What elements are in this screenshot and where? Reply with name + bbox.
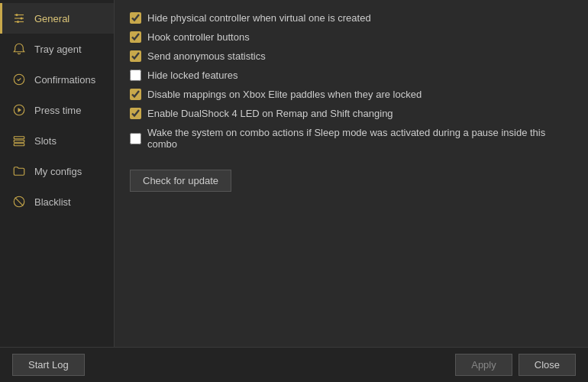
apply-button[interactable]: Apply bbox=[455, 354, 512, 376]
sidebar-item-confirmations[interactable]: Confirmations bbox=[0, 64, 114, 95]
svg-rect-11 bbox=[14, 144, 24, 146]
layers-icon bbox=[11, 133, 27, 148]
play-circle-icon bbox=[11, 102, 27, 118]
svg-point-4 bbox=[21, 18, 23, 20]
sidebar-label-my-configs: My configs bbox=[34, 166, 82, 177]
svg-rect-9 bbox=[14, 137, 24, 139]
checkbox-hide-locked[interactable] bbox=[130, 70, 141, 81]
sidebar-label-press-time: Press time bbox=[34, 105, 81, 116]
start-log-button[interactable]: Start Log bbox=[12, 354, 85, 376]
folder-icon bbox=[11, 163, 27, 179]
checkbox-row-hook-controller: Hook controller buttons bbox=[130, 31, 573, 43]
sidebar-item-general[interactable]: General bbox=[0, 3, 114, 34]
sidebar-item-tray-agent[interactable]: Tray agent bbox=[0, 34, 114, 64]
checkbox-label-wake-system: Wake the system on combo actions if Slee… bbox=[147, 127, 573, 150]
checkbox-label-hide-physical: Hide physical controller when virtual on… bbox=[147, 12, 371, 24]
sidebar: General Tray agent Confirmations Press t… bbox=[0, 0, 115, 347]
checkbox-row-enable-dualshock: Enable DualShock 4 LED on Remap and Shif… bbox=[130, 108, 573, 119]
settings-panel: Hide physical controller when virtual on… bbox=[115, 0, 588, 347]
bell-icon bbox=[11, 41, 27, 57]
checkbox-row-wake-system: Wake the system on combo actions if Slee… bbox=[130, 127, 573, 150]
footer: Start Log Apply Close bbox=[0, 347, 588, 382]
checkbox-label-enable-dualshock: Enable DualShock 4 LED on Remap and Shif… bbox=[147, 108, 393, 119]
checkbox-hook-controller[interactable] bbox=[130, 31, 141, 43]
checkbox-label-send-anonymous: Send anonymous statistics bbox=[147, 50, 266, 62]
checkbox-label-hide-locked: Hide locked features bbox=[147, 70, 238, 81]
sidebar-label-general: General bbox=[34, 13, 69, 24]
checkbox-row-send-anonymous: Send anonymous statistics bbox=[130, 50, 573, 62]
checkbox-enable-dualshock[interactable] bbox=[130, 108, 141, 119]
sidebar-item-my-configs[interactable]: My configs bbox=[0, 156, 114, 186]
svg-rect-10 bbox=[14, 140, 24, 142]
check-circle-icon bbox=[11, 72, 27, 87]
checkbox-row-hide-physical: Hide physical controller when virtual on… bbox=[130, 12, 573, 24]
checkbox-disable-mappings[interactable] bbox=[130, 89, 141, 100]
footer-right: Apply Close bbox=[455, 354, 576, 376]
checkbox-label-hook-controller: Hook controller buttons bbox=[147, 31, 250, 43]
checkbox-row-hide-locked: Hide locked features bbox=[130, 70, 573, 81]
checkbox-hide-physical[interactable] bbox=[130, 12, 141, 24]
sliders-icon bbox=[11, 11, 27, 26]
sidebar-item-press-time[interactable]: Press time bbox=[0, 95, 114, 125]
checkbox-wake-system[interactable] bbox=[130, 133, 141, 144]
close-button[interactable]: Close bbox=[519, 354, 576, 376]
sidebar-label-confirmations: Confirmations bbox=[34, 74, 95, 86]
checkbox-row-disable-mappings: Disable mappings on Xbox Elite paddles w… bbox=[130, 89, 573, 100]
svg-line-13 bbox=[15, 198, 24, 206]
svg-marker-8 bbox=[18, 108, 22, 112]
svg-point-5 bbox=[17, 21, 19, 23]
checkbox-send-anonymous[interactable] bbox=[130, 50, 141, 62]
main-content: General Tray agent Confirmations Press t… bbox=[0, 0, 588, 347]
svg-point-3 bbox=[16, 14, 18, 16]
checkbox-label-disable-mappings: Disable mappings on Xbox Elite paddles w… bbox=[147, 89, 422, 100]
sidebar-item-blacklist[interactable]: Blacklist bbox=[0, 186, 114, 217]
check-update-button[interactable]: Check for update bbox=[130, 170, 231, 192]
sidebar-label-slots: Slots bbox=[34, 135, 57, 147]
slash-circle-icon bbox=[11, 194, 27, 209]
sidebar-label-tray-agent: Tray agent bbox=[34, 44, 82, 55]
sidebar-item-slots[interactable]: Slots bbox=[0, 125, 114, 156]
sidebar-label-blacklist: Blacklist bbox=[34, 196, 71, 208]
footer-left: Start Log bbox=[12, 354, 85, 376]
